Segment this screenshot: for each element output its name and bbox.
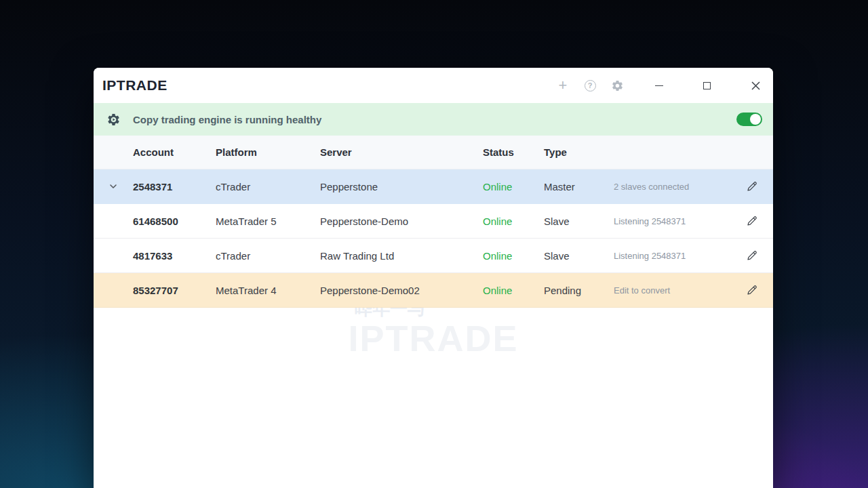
account-type: Slave	[544, 216, 614, 227]
platform-name: MetaTrader 4	[216, 285, 320, 296]
column-header-platform: Platform	[216, 146, 320, 158]
app-window: IPTRADE + ?	[94, 68, 773, 488]
table-row-slave[interactable]: 4817633 cTrader Raw Trading Ltd Online S…	[94, 239, 773, 273]
status-badge: Online	[483, 181, 544, 192]
maximize-button[interactable]	[698, 76, 715, 95]
table-header: Account Platform Server Status Type	[94, 136, 773, 169]
server-name: Pepperstone-Demo02	[320, 285, 483, 296]
account-number: 2548371	[133, 181, 216, 192]
toggle-knob	[750, 114, 761, 125]
server-name: Pepperstone	[320, 181, 483, 192]
help-icon: ?	[585, 80, 596, 92]
expand-button[interactable]	[94, 181, 133, 192]
column-header-account: Account	[133, 146, 216, 158]
account-number: 4817633	[133, 250, 216, 262]
platform-name: cTrader	[216, 250, 320, 262]
edit-button[interactable]	[731, 284, 773, 296]
gear-icon	[611, 79, 624, 92]
add-account-button[interactable]: +	[555, 76, 571, 95]
account-number: 61468500	[133, 216, 216, 227]
table-row-slave[interactable]: 61468500 MetaTrader 5 Pepperstone-Demo O…	[94, 204, 773, 239]
pencil-icon	[746, 249, 758, 262]
maximize-icon	[703, 82, 711, 89]
settings-button[interactable]	[609, 76, 625, 95]
engine-toggle[interactable]	[736, 113, 762, 126]
titlebar-controls: + ?	[555, 68, 764, 103]
pencil-icon	[746, 215, 758, 227]
table-row-pending[interactable]: 85327707 MetaTrader 4 Pepperstone-Demo02…	[94, 273, 773, 308]
watermark-brand-text: IPTRADE	[94, 320, 773, 357]
edit-button[interactable]	[731, 180, 773, 192]
table-row-master[interactable]: 2548371 cTrader Pepperstone Online Maste…	[94, 169, 773, 204]
column-header-server: Server	[320, 146, 483, 158]
account-type: Slave	[544, 250, 614, 262]
edit-button[interactable]	[731, 249, 773, 262]
pencil-icon	[746, 284, 758, 296]
app-title: IPTRADE	[94, 77, 167, 94]
column-header-type: Type	[544, 146, 614, 158]
chevron-down-icon	[108, 181, 119, 192]
edit-button[interactable]	[731, 215, 773, 227]
close-button[interactable]	[747, 76, 764, 95]
connection-info: 2 slaves connected	[614, 182, 731, 192]
minimize-button[interactable]	[651, 76, 667, 95]
platform-name: MetaTrader 5	[216, 216, 320, 227]
connection-info: Edit to convert	[614, 285, 731, 296]
engine-gear-icon	[94, 113, 133, 127]
plus-icon: +	[559, 78, 568, 93]
minimize-icon	[655, 85, 663, 86]
connection-info: Listening 2548371	[614, 216, 731, 226]
column-header-status: Status	[483, 146, 544, 158]
status-badge: Online	[483, 250, 544, 262]
connection-info: Listening 2548371	[614, 251, 731, 261]
health-message: Copy trading engine is running healthy	[133, 114, 321, 125]
pencil-icon	[746, 180, 758, 192]
status-badge: Online	[483, 285, 544, 296]
titlebar: IPTRADE + ?	[94, 68, 773, 103]
status-badge: Online	[483, 216, 544, 227]
account-type: Master	[544, 181, 614, 192]
help-button[interactable]: ?	[582, 76, 598, 95]
account-type: Pending	[544, 285, 614, 296]
close-icon	[751, 81, 761, 91]
platform-name: cTrader	[216, 181, 320, 192]
server-name: Raw Trading Ltd	[320, 250, 483, 262]
server-name: Pepperstone-Demo	[320, 216, 483, 227]
health-banner: Copy trading engine is running healthy	[94, 103, 773, 136]
account-number: 85327707	[133, 285, 216, 296]
